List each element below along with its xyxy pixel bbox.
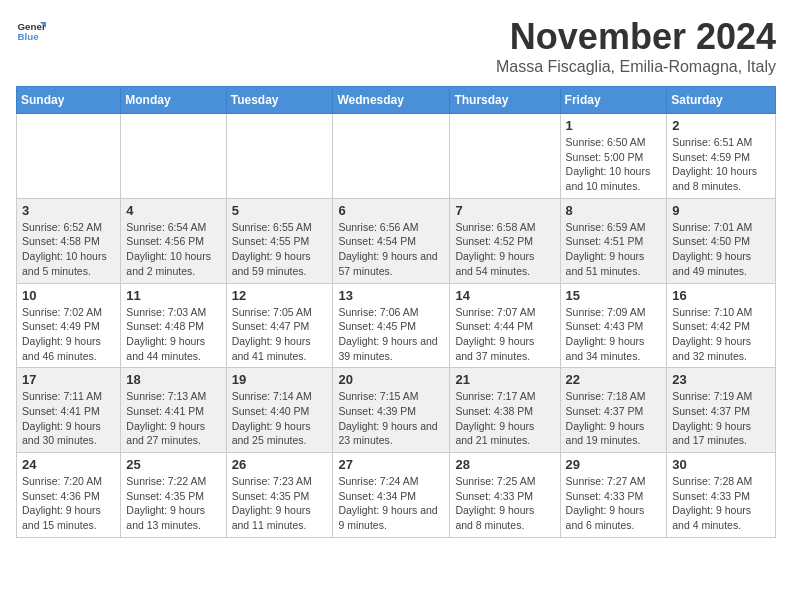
day-info: Sunrise: 7:09 AMSunset: 4:43 PMDaylight:…	[566, 305, 662, 364]
calendar-cell	[333, 114, 450, 199]
calendar-cell: 27Sunrise: 7:24 AMSunset: 4:34 PMDayligh…	[333, 453, 450, 538]
day-info: Sunrise: 7:18 AMSunset: 4:37 PMDaylight:…	[566, 389, 662, 448]
svg-text:Blue: Blue	[18, 31, 40, 42]
day-info: Sunrise: 7:13 AMSunset: 4:41 PMDaylight:…	[126, 389, 220, 448]
day-number: 11	[126, 288, 220, 303]
calendar-cell: 11Sunrise: 7:03 AMSunset: 4:48 PMDayligh…	[121, 283, 226, 368]
weekday-header: Thursday	[450, 87, 560, 114]
day-info: Sunrise: 7:07 AMSunset: 4:44 PMDaylight:…	[455, 305, 554, 364]
day-number: 15	[566, 288, 662, 303]
calendar-cell: 23Sunrise: 7:19 AMSunset: 4:37 PMDayligh…	[667, 368, 776, 453]
calendar-cell: 18Sunrise: 7:13 AMSunset: 4:41 PMDayligh…	[121, 368, 226, 453]
day-info: Sunrise: 6:56 AMSunset: 4:54 PMDaylight:…	[338, 220, 444, 279]
day-info: Sunrise: 7:22 AMSunset: 4:35 PMDaylight:…	[126, 474, 220, 533]
day-info: Sunrise: 7:14 AMSunset: 4:40 PMDaylight:…	[232, 389, 328, 448]
calendar-cell: 14Sunrise: 7:07 AMSunset: 4:44 PMDayligh…	[450, 283, 560, 368]
day-number: 18	[126, 372, 220, 387]
day-number: 3	[22, 203, 115, 218]
weekday-header: Monday	[121, 87, 226, 114]
calendar-cell: 16Sunrise: 7:10 AMSunset: 4:42 PMDayligh…	[667, 283, 776, 368]
calendar-cell: 19Sunrise: 7:14 AMSunset: 4:40 PMDayligh…	[226, 368, 333, 453]
day-info: Sunrise: 6:55 AMSunset: 4:55 PMDaylight:…	[232, 220, 328, 279]
day-number: 5	[232, 203, 328, 218]
day-number: 10	[22, 288, 115, 303]
calendar-cell: 7Sunrise: 6:58 AMSunset: 4:52 PMDaylight…	[450, 198, 560, 283]
calendar-cell: 12Sunrise: 7:05 AMSunset: 4:47 PMDayligh…	[226, 283, 333, 368]
day-number: 4	[126, 203, 220, 218]
calendar-table: SundayMondayTuesdayWednesdayThursdayFrid…	[16, 86, 776, 538]
calendar-cell: 21Sunrise: 7:17 AMSunset: 4:38 PMDayligh…	[450, 368, 560, 453]
day-number: 26	[232, 457, 328, 472]
day-number: 12	[232, 288, 328, 303]
day-info: Sunrise: 6:52 AMSunset: 4:58 PMDaylight:…	[22, 220, 115, 279]
calendar-week-row: 3Sunrise: 6:52 AMSunset: 4:58 PMDaylight…	[17, 198, 776, 283]
day-info: Sunrise: 7:20 AMSunset: 4:36 PMDaylight:…	[22, 474, 115, 533]
calendar-cell	[450, 114, 560, 199]
calendar-cell: 10Sunrise: 7:02 AMSunset: 4:49 PMDayligh…	[17, 283, 121, 368]
calendar-cell: 28Sunrise: 7:25 AMSunset: 4:33 PMDayligh…	[450, 453, 560, 538]
day-info: Sunrise: 7:11 AMSunset: 4:41 PMDaylight:…	[22, 389, 115, 448]
calendar-cell: 5Sunrise: 6:55 AMSunset: 4:55 PMDaylight…	[226, 198, 333, 283]
day-number: 20	[338, 372, 444, 387]
calendar-week-row: 24Sunrise: 7:20 AMSunset: 4:36 PMDayligh…	[17, 453, 776, 538]
day-info: Sunrise: 7:28 AMSunset: 4:33 PMDaylight:…	[672, 474, 770, 533]
day-info: Sunrise: 6:51 AMSunset: 4:59 PMDaylight:…	[672, 135, 770, 194]
day-number: 17	[22, 372, 115, 387]
logo: General Blue	[16, 16, 46, 46]
weekday-header: Tuesday	[226, 87, 333, 114]
day-number: 13	[338, 288, 444, 303]
day-number: 27	[338, 457, 444, 472]
day-number: 16	[672, 288, 770, 303]
calendar-header-row: SundayMondayTuesdayWednesdayThursdayFrid…	[17, 87, 776, 114]
day-number: 6	[338, 203, 444, 218]
calendar-cell: 3Sunrise: 6:52 AMSunset: 4:58 PMDaylight…	[17, 198, 121, 283]
day-number: 24	[22, 457, 115, 472]
calendar-cell: 6Sunrise: 6:56 AMSunset: 4:54 PMDaylight…	[333, 198, 450, 283]
calendar-cell: 22Sunrise: 7:18 AMSunset: 4:37 PMDayligh…	[560, 368, 667, 453]
day-info: Sunrise: 7:03 AMSunset: 4:48 PMDaylight:…	[126, 305, 220, 364]
day-number: 22	[566, 372, 662, 387]
day-number: 1	[566, 118, 662, 133]
calendar-cell: 4Sunrise: 6:54 AMSunset: 4:56 PMDaylight…	[121, 198, 226, 283]
day-info: Sunrise: 7:25 AMSunset: 4:33 PMDaylight:…	[455, 474, 554, 533]
weekday-header: Saturday	[667, 87, 776, 114]
calendar-cell: 20Sunrise: 7:15 AMSunset: 4:39 PMDayligh…	[333, 368, 450, 453]
day-number: 25	[126, 457, 220, 472]
day-info: Sunrise: 6:59 AMSunset: 4:51 PMDaylight:…	[566, 220, 662, 279]
calendar-cell: 26Sunrise: 7:23 AMSunset: 4:35 PMDayligh…	[226, 453, 333, 538]
day-number: 8	[566, 203, 662, 218]
weekday-header: Wednesday	[333, 87, 450, 114]
day-info: Sunrise: 7:19 AMSunset: 4:37 PMDaylight:…	[672, 389, 770, 448]
title-area: November 2024 Massa Fiscaglia, Emilia-Ro…	[496, 16, 776, 76]
calendar-cell: 15Sunrise: 7:09 AMSunset: 4:43 PMDayligh…	[560, 283, 667, 368]
calendar-cell: 24Sunrise: 7:20 AMSunset: 4:36 PMDayligh…	[17, 453, 121, 538]
day-info: Sunrise: 7:06 AMSunset: 4:45 PMDaylight:…	[338, 305, 444, 364]
day-info: Sunrise: 7:15 AMSunset: 4:39 PMDaylight:…	[338, 389, 444, 448]
calendar-cell: 1Sunrise: 6:50 AMSunset: 5:00 PMDaylight…	[560, 114, 667, 199]
calendar-cell: 25Sunrise: 7:22 AMSunset: 4:35 PMDayligh…	[121, 453, 226, 538]
weekday-header: Friday	[560, 87, 667, 114]
day-number: 30	[672, 457, 770, 472]
calendar-cell: 13Sunrise: 7:06 AMSunset: 4:45 PMDayligh…	[333, 283, 450, 368]
day-number: 2	[672, 118, 770, 133]
calendar-cell	[226, 114, 333, 199]
calendar-cell: 30Sunrise: 7:28 AMSunset: 4:33 PMDayligh…	[667, 453, 776, 538]
day-info: Sunrise: 7:10 AMSunset: 4:42 PMDaylight:…	[672, 305, 770, 364]
page-header: General Blue November 2024 Massa Fiscagl…	[16, 16, 776, 76]
calendar-cell: 2Sunrise: 6:51 AMSunset: 4:59 PMDaylight…	[667, 114, 776, 199]
weekday-header: Sunday	[17, 87, 121, 114]
month-title: November 2024	[496, 16, 776, 58]
day-info: Sunrise: 7:02 AMSunset: 4:49 PMDaylight:…	[22, 305, 115, 364]
location-title: Massa Fiscaglia, Emilia-Romagna, Italy	[496, 58, 776, 76]
calendar-cell: 17Sunrise: 7:11 AMSunset: 4:41 PMDayligh…	[17, 368, 121, 453]
day-number: 19	[232, 372, 328, 387]
day-number: 28	[455, 457, 554, 472]
calendar-week-row: 1Sunrise: 6:50 AMSunset: 5:00 PMDaylight…	[17, 114, 776, 199]
day-number: 14	[455, 288, 554, 303]
calendar-cell	[121, 114, 226, 199]
calendar-cell: 8Sunrise: 6:59 AMSunset: 4:51 PMDaylight…	[560, 198, 667, 283]
day-number: 29	[566, 457, 662, 472]
day-info: Sunrise: 6:50 AMSunset: 5:00 PMDaylight:…	[566, 135, 662, 194]
day-info: Sunrise: 7:01 AMSunset: 4:50 PMDaylight:…	[672, 220, 770, 279]
day-info: Sunrise: 6:54 AMSunset: 4:56 PMDaylight:…	[126, 220, 220, 279]
